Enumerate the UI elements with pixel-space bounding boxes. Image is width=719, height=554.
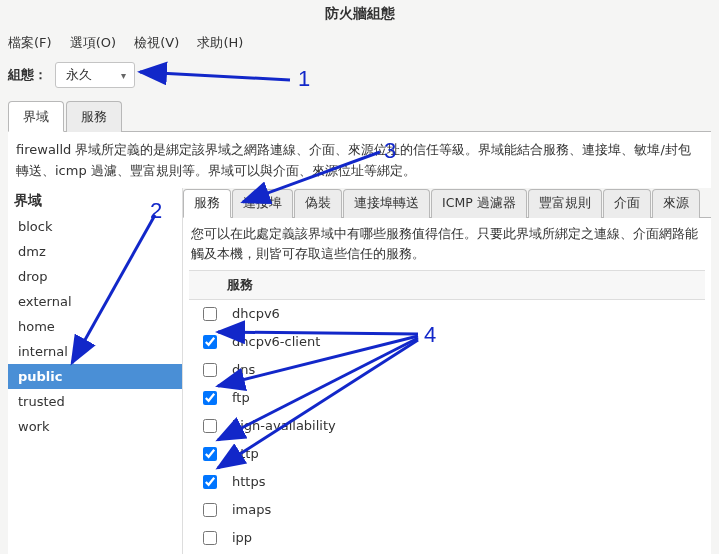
service-label: ftp: [232, 390, 250, 405]
config-label: 組態：: [8, 66, 47, 84]
subtab-services[interactable]: 服務: [183, 189, 231, 218]
service-label: https: [232, 474, 265, 489]
service-label: dhcpv6: [232, 306, 280, 321]
zone-list: blockdmzdropexternalhomeinternalpublictr…: [8, 214, 182, 439]
chevron-down-icon: ▾: [121, 70, 126, 81]
zone-item-work[interactable]: work: [8, 414, 182, 439]
zone-item-external[interactable]: external: [8, 289, 182, 314]
service-row-ftp[interactable]: ftp: [189, 384, 705, 412]
menu-view[interactable]: 檢視(V): [134, 34, 179, 52]
zone-item-drop[interactable]: drop: [8, 264, 182, 289]
zone-description: firewalld 界域所定義的是綁定該界域之網路連線、介面、來源位址的信任等級…: [8, 132, 711, 188]
top-tab-bar: 界域 服務: [8, 100, 711, 132]
window-title: 防火牆組態: [0, 0, 719, 31]
subtab-port-forward[interactable]: 連接埠轉送: [343, 189, 430, 218]
subtab-rich-rules[interactable]: 豐富規則: [528, 189, 602, 218]
zone-panel: 界域 blockdmzdropexternalhomeinternalpubli…: [8, 188, 183, 554]
service-checkbox-http[interactable]: [203, 447, 217, 461]
service-table: 服務 dhcpv6dhcpv6-clientdnsftphigh-availab…: [189, 270, 705, 554]
service-label: imaps: [232, 502, 271, 517]
main-area: 界域 blockdmzdropexternalhomeinternalpubli…: [8, 188, 711, 554]
service-checkbox-imaps[interactable]: [203, 503, 217, 517]
service-label: http: [232, 446, 259, 461]
service-checkbox-dns[interactable]: [203, 363, 217, 377]
service-row-http[interactable]: http: [189, 440, 705, 468]
subtab-icmp-filter[interactable]: ICMP 過濾器: [431, 189, 527, 218]
zone-item-trusted[interactable]: trusted: [8, 389, 182, 414]
config-selected-value: 永久: [66, 66, 92, 84]
service-checkbox-ipp[interactable]: [203, 531, 217, 545]
service-checkbox-dhcpv6-client[interactable]: [203, 335, 217, 349]
service-checkbox-https[interactable]: [203, 475, 217, 489]
service-row-dhcpv6-client[interactable]: dhcpv6-client: [189, 328, 705, 356]
service-row-https[interactable]: https: [189, 468, 705, 496]
zone-item-block[interactable]: block: [8, 214, 182, 239]
service-checkbox-ftp[interactable]: [203, 391, 217, 405]
service-label: dhcpv6-client: [232, 334, 320, 349]
zone-panel-header: 界域: [8, 188, 182, 214]
tab-services[interactable]: 服務: [66, 101, 122, 132]
zone-item-dmz[interactable]: dmz: [8, 239, 182, 264]
service-label: high-availability: [232, 418, 336, 433]
menu-file[interactable]: 檔案(F): [8, 34, 52, 52]
subtab-ports[interactable]: 連接埠: [232, 189, 293, 218]
tab-zones[interactable]: 界域: [8, 101, 64, 132]
config-row: 組態： 永久 ▾: [0, 58, 719, 98]
service-row-dns[interactable]: dns: [189, 356, 705, 384]
sub-tab-bar: 服務 連接埠 偽裝 連接埠轉送 ICMP 過濾器 豐富規則 介面 來源: [183, 188, 711, 218]
config-dropdown[interactable]: 永久 ▾: [55, 62, 135, 88]
menu-bar: 檔案(F) 選項(O) 檢視(V) 求助(H): [0, 31, 719, 58]
subtab-masquerade[interactable]: 偽裝: [294, 189, 342, 218]
service-checkbox-high-availability[interactable]: [203, 419, 217, 433]
service-row-dhcpv6[interactable]: dhcpv6: [189, 300, 705, 328]
service-row-ipp[interactable]: ipp: [189, 524, 705, 552]
right-panel: 服務 連接埠 偽裝 連接埠轉送 ICMP 過濾器 豐富規則 介面 來源 您可以在…: [183, 188, 711, 554]
menu-options[interactable]: 選項(O): [70, 34, 116, 52]
menu-help[interactable]: 求助(H): [197, 34, 243, 52]
subtab-interfaces[interactable]: 介面: [603, 189, 651, 218]
zone-item-internal[interactable]: internal: [8, 339, 182, 364]
services-description: 您可以在此處定義該界域中有哪些服務值得信任。只要此界域所綁定之連線、介面網路能觸…: [183, 218, 711, 270]
service-label: ipp: [232, 530, 252, 545]
service-row-imaps[interactable]: imaps: [189, 496, 705, 524]
zone-item-home[interactable]: home: [8, 314, 182, 339]
service-row-high-availability[interactable]: high-availability: [189, 412, 705, 440]
service-label: dns: [232, 362, 255, 377]
zone-item-public[interactable]: public: [8, 364, 182, 389]
service-checkbox-dhcpv6[interactable]: [203, 307, 217, 321]
subtab-sources[interactable]: 來源: [652, 189, 700, 218]
service-column-header: 服務: [189, 271, 705, 300]
